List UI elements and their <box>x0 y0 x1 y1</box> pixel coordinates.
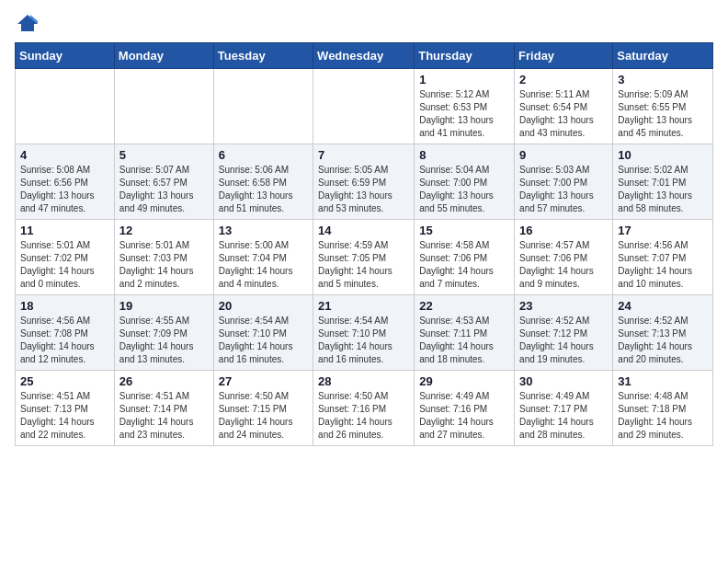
cell-info: Sunrise: 4:54 AM <box>318 315 409 327</box>
day-header-wednesday: Wednesday <box>313 43 415 69</box>
calendar-cell: 27Sunrise: 4:50 AMSunset: 7:15 PMDayligh… <box>213 371 313 446</box>
cell-info: Sunrise: 5:06 AM <box>219 164 308 177</box>
cell-info: Sunrise: 5:00 AM <box>219 239 308 252</box>
day-number: 1 <box>419 73 509 86</box>
cell-info: Daylight: 14 hours <box>519 265 608 278</box>
day-header-thursday: Thursday <box>415 43 515 69</box>
cell-info: Daylight: 13 hours <box>618 114 708 127</box>
cell-info: and 55 minutes. <box>419 202 509 215</box>
cell-info: Daylight: 14 hours <box>119 416 209 429</box>
cell-info: Sunrise: 5:03 AM <box>519 164 608 177</box>
day-number: 28 <box>318 374 409 388</box>
day-header-saturday: Saturday <box>613 43 713 69</box>
logo <box>15 15 40 31</box>
day-header-tuesday: Tuesday <box>213 43 313 69</box>
calendar-cell <box>16 69 115 144</box>
cell-info: Sunset: 7:13 PM <box>20 403 109 416</box>
day-number: 21 <box>318 299 409 313</box>
cell-info: Sunrise: 5:07 AM <box>119 164 209 177</box>
cell-info: and 41 minutes. <box>419 127 509 140</box>
cell-info: Sunset: 7:08 PM <box>20 327 109 340</box>
cell-info: Sunrise: 4:49 AM <box>519 390 608 403</box>
cell-info: Daylight: 14 hours <box>20 340 109 353</box>
cell-info: Sunset: 7:03 PM <box>119 252 209 265</box>
calendar-cell: 29Sunrise: 4:49 AMSunset: 7:16 PMDayligh… <box>415 371 515 446</box>
cell-info: Sunrise: 4:56 AM <box>20 315 109 327</box>
calendar-week-5: 25Sunrise: 4:51 AMSunset: 7:13 PMDayligh… <box>16 371 713 446</box>
calendar-cell: 6Sunrise: 5:06 AMSunset: 6:58 PMDaylight… <box>213 144 313 220</box>
day-number: 11 <box>20 224 109 237</box>
calendar-week-3: 11Sunrise: 5:01 AMSunset: 7:02 PMDayligh… <box>16 220 713 295</box>
cell-info: Daylight: 13 hours <box>119 190 209 202</box>
cell-info: and 7 minutes. <box>419 278 509 291</box>
cell-info: Sunset: 7:02 PM <box>20 252 109 265</box>
cell-info: Sunrise: 4:48 AM <box>618 390 708 403</box>
calendar-cell: 11Sunrise: 5:01 AMSunset: 7:02 PMDayligh… <box>16 220 115 295</box>
calendar-cell: 31Sunrise: 4:48 AMSunset: 7:18 PMDayligh… <box>613 371 713 446</box>
cell-info: Sunrise: 5:08 AM <box>20 164 109 177</box>
cell-info: Sunrise: 4:52 AM <box>519 315 608 327</box>
day-number: 31 <box>618 374 708 388</box>
cell-info: Sunrise: 4:59 AM <box>318 239 409 252</box>
cell-info: Sunset: 6:54 PM <box>519 101 608 114</box>
cell-info: Sunset: 7:04 PM <box>219 252 308 265</box>
cell-info: and 23 minutes. <box>119 429 209 442</box>
day-header-monday: Monday <box>114 43 213 69</box>
day-number: 24 <box>618 299 708 313</box>
day-number: 13 <box>219 224 308 237</box>
day-number: 18 <box>20 299 109 313</box>
day-number: 10 <box>618 148 708 162</box>
cell-info: Sunset: 7:05 PM <box>318 252 409 265</box>
cell-info: and 58 minutes. <box>618 202 708 215</box>
cell-info: Sunset: 7:18 PM <box>618 403 708 416</box>
cell-info: and 49 minutes. <box>119 202 209 215</box>
cell-info: and 28 minutes. <box>519 429 608 442</box>
calendar-header-row: SundayMondayTuesdayWednesdayThursdayFrid… <box>16 43 713 69</box>
cell-info: Sunset: 7:16 PM <box>318 403 409 416</box>
cell-info: Sunset: 6:55 PM <box>618 101 708 114</box>
calendar-cell: 21Sunrise: 4:54 AMSunset: 7:10 PMDayligh… <box>313 295 415 371</box>
cell-info: and 20 minutes. <box>618 353 708 366</box>
cell-info: Sunset: 6:56 PM <box>20 177 109 190</box>
cell-info: Daylight: 14 hours <box>318 265 409 278</box>
calendar-cell: 24Sunrise: 4:52 AMSunset: 7:13 PMDayligh… <box>613 295 713 371</box>
day-number: 7 <box>318 148 409 162</box>
cell-info: Sunrise: 4:55 AM <box>119 315 209 327</box>
day-number: 23 <box>519 299 608 313</box>
cell-info: Sunset: 7:16 PM <box>419 403 509 416</box>
calendar-cell: 25Sunrise: 4:51 AMSunset: 7:13 PMDayligh… <box>16 371 115 446</box>
cell-info: Daylight: 14 hours <box>618 265 708 278</box>
cell-info: Sunrise: 4:53 AM <box>419 315 509 327</box>
cell-info: and 26 minutes. <box>318 429 409 442</box>
day-number: 26 <box>119 374 209 388</box>
cell-info: and 43 minutes. <box>519 127 608 140</box>
calendar-cell: 26Sunrise: 4:51 AMSunset: 7:14 PMDayligh… <box>114 371 213 446</box>
calendar-cell: 15Sunrise: 4:58 AMSunset: 7:06 PMDayligh… <box>415 220 515 295</box>
cell-info: Sunset: 6:59 PM <box>318 177 409 190</box>
day-number: 19 <box>119 299 209 313</box>
cell-info: and 24 minutes. <box>219 429 308 442</box>
cell-info: Daylight: 13 hours <box>419 190 509 202</box>
cell-info: and 4 minutes. <box>219 278 308 291</box>
cell-info: and 51 minutes. <box>219 202 308 215</box>
calendar-week-4: 18Sunrise: 4:56 AMSunset: 7:08 PMDayligh… <box>16 295 713 371</box>
cell-info: Daylight: 13 hours <box>20 190 109 202</box>
calendar-cell <box>114 69 213 144</box>
cell-info: Sunrise: 5:09 AM <box>618 88 708 101</box>
cell-info: Daylight: 14 hours <box>419 265 509 278</box>
cell-info: Daylight: 14 hours <box>20 265 109 278</box>
cell-info: Daylight: 14 hours <box>519 340 608 353</box>
day-number: 16 <box>519 224 608 237</box>
cell-info: Daylight: 14 hours <box>519 416 608 429</box>
day-number: 12 <box>119 224 209 237</box>
day-number: 6 <box>219 148 308 162</box>
cell-info: Sunset: 7:00 PM <box>519 177 608 190</box>
day-header-sunday: Sunday <box>16 43 115 69</box>
cell-info: and 47 minutes. <box>20 202 109 215</box>
day-number: 29 <box>419 374 509 388</box>
cell-info: Daylight: 14 hours <box>419 416 509 429</box>
cell-info: Sunrise: 5:01 AM <box>119 239 209 252</box>
cell-info: Daylight: 13 hours <box>519 190 608 202</box>
cell-info: Sunset: 7:11 PM <box>419 327 509 340</box>
cell-info: Sunrise: 4:50 AM <box>318 390 409 403</box>
